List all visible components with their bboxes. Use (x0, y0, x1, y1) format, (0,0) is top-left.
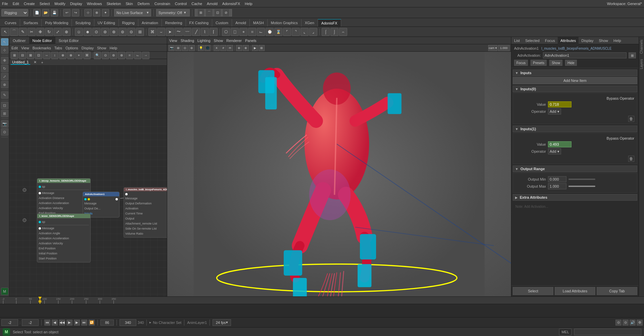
panel-tab-node-editor[interactable]: Node Editor (29, 37, 55, 44)
mode-dropdown[interactable]: Rigging (1, 9, 28, 16)
expand-btn[interactable]: ⊞ (629, 52, 636, 58)
menu-file[interactable]: File (2, 2, 8, 6)
save-btn[interactable]: 💾 (51, 9, 58, 16)
vp-menu-lighting[interactable]: Lighting (197, 39, 211, 43)
vp-tool-grid[interactable]: # (220, 45, 226, 51)
snap-grid-btn[interactable]: ⊞ (197, 9, 204, 16)
vp-camera-dropdown[interactable]: cam ▾ (488, 45, 497, 51)
inputs0-delete-btn[interactable]: 🗑 (628, 116, 634, 122)
tool-paint2[interactable]: ⌣ (157, 28, 165, 36)
inputs0-header[interactable]: ▼ Inputs(0) (513, 86, 637, 92)
tab-uv-editing[interactable]: UV Editing (94, 19, 119, 27)
left-tool-universal[interactable]: ⊕ (1, 81, 8, 88)
undo-btn[interactable]: ↩ (63, 9, 71, 16)
menu-edit[interactable]: Edit (13, 2, 19, 6)
skip-to-end-btn[interactable]: ⏭ (81, 320, 87, 326)
tool-curve[interactable]: ⌇ (201, 28, 209, 36)
tool-rig8[interactable]: ⌜ (283, 28, 291, 36)
bottom-icon2[interactable]: ⊙ (623, 320, 629, 326)
menu-control[interactable]: Control (175, 2, 187, 6)
tool-move[interactable]: ✙ (36, 28, 44, 36)
tool-lasso[interactable]: ⌒ (10, 28, 18, 36)
hide-btn[interactable]: Hide (565, 60, 577, 66)
tool-paint[interactable]: ✎ (19, 28, 27, 36)
vp-tool-camera[interactable]: 📷 (169, 45, 175, 51)
menu-arnold[interactable]: Arnold (207, 2, 218, 6)
mel-label[interactable]: MEL (559, 329, 571, 335)
load-attributes-btn[interactable]: Load Attributes (555, 287, 595, 295)
tool-rig7[interactable]: ⌛ (274, 28, 282, 36)
menu-windows[interactable]: Windows (87, 2, 102, 6)
menu-constrain[interactable]: Constrain (154, 2, 170, 6)
output-max-slider[interactable] (568, 186, 595, 187)
tool-body2[interactable]: ⊛ (110, 28, 118, 36)
menu-skeleton[interactable]: Skeleton (106, 2, 121, 6)
snap-curve-btn[interactable]: ⌒ (205, 9, 213, 16)
select-btn[interactable]: ⊹ (84, 9, 92, 16)
inputs1-value-input[interactable] (548, 141, 571, 147)
output-min-input[interactable] (548, 176, 566, 182)
tab-arnold[interactable]: Arnold (232, 19, 250, 27)
vert-tab-channels[interactable]: Channels (639, 37, 644, 56)
tool-rig[interactable]: ⎔ (222, 28, 230, 36)
tool-skeleton[interactable]: ⊜ (119, 28, 127, 36)
snap-point-btn[interactable]: ⊡ (214, 9, 221, 16)
inputs0-operator-dropdown[interactable]: Add ▾ (548, 108, 561, 114)
rp-tab-help[interactable]: Help (611, 37, 624, 44)
tool-arrow[interactable]: ➤ (166, 28, 174, 36)
rp-tab-attributes[interactable]: Attributes (558, 37, 579, 44)
no-live-surface-dropdown[interactable]: No Live Surface ▾ (114, 9, 151, 16)
range-start-input[interactable] (120, 319, 136, 326)
left-tool-paint[interactable]: ✎ (1, 91, 8, 99)
left-tool-scale[interactable]: ⤢ (1, 73, 8, 80)
tab-xgen[interactable]: XGen (302, 19, 318, 27)
panel-tool7[interactable]: ⊕ (59, 52, 66, 59)
panel-edit[interactable]: Edit (11, 46, 18, 50)
maya-icon[interactable]: M (1, 288, 8, 295)
panel-tool12[interactable]: ⊙ (102, 52, 109, 59)
panel-display[interactable]: Display (82, 46, 94, 50)
tool-body[interactable]: ⊚ (101, 28, 109, 36)
left-tool-select2[interactable]: ⊹ (1, 46, 8, 54)
redo-btn[interactable]: ↪ (72, 9, 79, 16)
tool-brush[interactable]: ⌘ (148, 28, 156, 36)
vp-tool-texture[interactable]: ⊚ (189, 45, 195, 51)
tool-rig4[interactable]: ⌗ (248, 28, 256, 36)
no-character-set-label[interactable]: No Character Set (153, 321, 181, 325)
adnactivation-input[interactable] (543, 52, 627, 58)
skip-to-start-btn[interactable]: ⏮ (44, 320, 50, 326)
panel-tool16[interactable]: ⌙ (134, 52, 141, 59)
node-sensor2[interactable]: l_knee_SENSORLODShape sp Message Activat… (37, 213, 91, 262)
tab-adonisfx[interactable]: AdonisFX (318, 19, 341, 27)
rp-tab-show[interactable]: Show (596, 37, 611, 44)
left-tool-camera[interactable]: 📷 (1, 120, 8, 128)
vert-tab-layers[interactable]: Layers (639, 56, 644, 72)
tab-motion-graphics[interactable]: Motion Graphics (268, 19, 302, 27)
panel-tool14[interactable]: ⊛ (118, 52, 125, 59)
panel-tab-outliner[interactable]: Outliner (9, 37, 29, 44)
vp-tool-wire[interactable]: ⊞ (175, 45, 181, 51)
tool-rig6[interactable]: ⌚ (266, 28, 274, 36)
inputs0-value-input[interactable] (548, 101, 571, 107)
output-max-input[interactable] (548, 183, 566, 189)
inputs1-header[interactable]: ▼ Inputs(1) (513, 126, 637, 132)
panel-tool11[interactable]: 🔍 (94, 52, 101, 59)
panel-tool10[interactable]: ⌘ (83, 52, 91, 59)
show-btn[interactable]: Show (549, 60, 562, 66)
panel-tool3[interactable]: ⊠ (27, 52, 34, 59)
output-range-header[interactable]: ▼ Output Range (513, 165, 637, 172)
menu-help[interactable]: Help (245, 2, 252, 6)
tool-curve2[interactable]: ⌈ (210, 28, 218, 36)
tab-animation[interactable]: Animation (138, 19, 162, 27)
vp-tool-xray[interactable]: X (214, 45, 220, 51)
left-tool-move[interactable]: ✙ (1, 57, 8, 64)
tool-wave3[interactable]: ⌠ (322, 28, 330, 36)
bottom-icon1[interactable]: ⊙ (615, 320, 622, 326)
play-forward-btn[interactable]: ▶ (66, 320, 73, 326)
tool-rig5[interactable]: ⌙ (257, 28, 265, 36)
symmetry-dropdown[interactable]: Symmetry: Off ▾ (156, 9, 190, 16)
panel-options[interactable]: Options (65, 46, 78, 50)
tool-rig3[interactable]: ⌖ (239, 28, 247, 36)
vp-tool-lights[interactable]: 💡 (198, 45, 204, 51)
tool-misc[interactable]: ⌢ (339, 28, 347, 36)
